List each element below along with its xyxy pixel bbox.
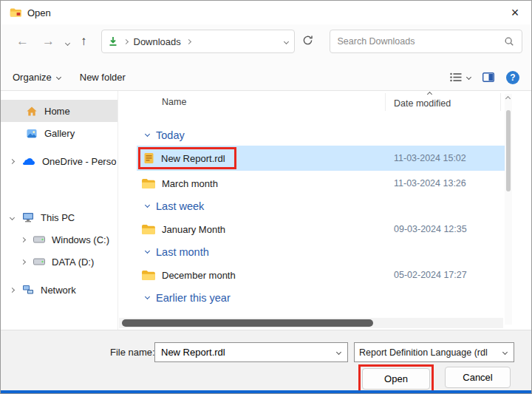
sort-ascending-icon[interactable] bbox=[427, 92, 432, 97]
column-headers: Name Date modified bbox=[119, 91, 512, 113]
sidebar-item-network[interactable]: Network bbox=[1, 279, 117, 301]
sidebar-item-home[interactable]: Home bbox=[1, 100, 117, 122]
group-label: Last month bbox=[156, 246, 209, 258]
folder-icon bbox=[141, 224, 155, 235]
chevron-down-icon bbox=[65, 40, 70, 45]
collapse-icon[interactable] bbox=[145, 248, 150, 254]
group-label: Last week bbox=[156, 200, 204, 212]
group-header-earlier-this-year[interactable]: Earlier this year bbox=[119, 288, 512, 308]
folder-row-january-month[interactable]: January Month 09-03-2024 12:35 bbox=[137, 217, 512, 242]
folder-date: 11-03-2024 13:26 bbox=[394, 178, 466, 188]
annotation-red-box: New Report.rdl bbox=[138, 147, 236, 169]
cancel-button[interactable]: Cancel bbox=[445, 367, 511, 388]
search-icon[interactable] bbox=[504, 36, 514, 47]
app-icon bbox=[10, 7, 21, 18]
collapse-icon[interactable] bbox=[145, 203, 150, 208]
help-button[interactable]: ? bbox=[506, 71, 519, 84]
preview-pane-button[interactable] bbox=[482, 72, 494, 82]
group-label: Today bbox=[156, 129, 185, 141]
expander-icon[interactable] bbox=[10, 158, 15, 163]
back-button[interactable]: ← bbox=[10, 34, 35, 49]
scroll-up-icon[interactable] bbox=[505, 96, 511, 101]
annotation-red-box: Open bbox=[358, 364, 434, 393]
file-type-dropdown-button[interactable] bbox=[496, 350, 514, 354]
expander-icon[interactable] bbox=[10, 214, 15, 220]
organize-label: Organize bbox=[13, 72, 52, 83]
address-bar[interactable]: Downloads bbox=[101, 30, 295, 53]
collapse-icon[interactable] bbox=[145, 294, 150, 299]
forward-button[interactable]: → bbox=[35, 34, 61, 49]
column-header-name[interactable]: Name bbox=[162, 97, 186, 107]
breadcrumb[interactable]: Downloads bbox=[134, 36, 181, 47]
file-list: Name Date modified Today New Report.rdl … bbox=[119, 91, 512, 330]
sidebar-item-data-d[interactable]: DATA (D:) bbox=[1, 251, 117, 273]
folder-date: 05-02-2024 17:27 bbox=[394, 270, 467, 280]
breadcrumb-separator-icon[interactable] bbox=[123, 38, 128, 44]
file-name-row: File name: Report Definition Language (r… bbox=[1, 342, 531, 363]
file-name-input[interactable] bbox=[155, 347, 330, 358]
column-divider[interactable] bbox=[500, 93, 501, 111]
navigation-pane: Home Gallery OneDrive - Perso This PC Wi… bbox=[1, 91, 118, 330]
search-box[interactable] bbox=[330, 30, 523, 53]
sidebar-item-label: Network bbox=[41, 285, 76, 296]
file-type-value: Report Definition Language (rdl bbox=[355, 347, 496, 358]
group-header-last-month[interactable]: Last month bbox=[119, 242, 512, 262]
horizontal-scrollbar-thumb[interactable] bbox=[122, 319, 373, 327]
file-name-combo[interactable] bbox=[154, 342, 348, 362]
file-type-combo[interactable]: Report Definition Language (rdl bbox=[354, 342, 514, 362]
address-dropdown-icon[interactable] bbox=[283, 38, 288, 44]
chevron-down-icon bbox=[335, 350, 341, 355]
folder-date: 09-03-2024 12:35 bbox=[394, 224, 467, 234]
column-header-date-modified[interactable]: Date modified bbox=[394, 98, 451, 109]
file-name-dropdown-button[interactable] bbox=[330, 350, 347, 354]
sidebar-item-this-pc[interactable]: This PC bbox=[1, 206, 117, 228]
new-folder-button[interactable]: New folder bbox=[80, 72, 126, 83]
folder-name: January Month bbox=[162, 224, 225, 235]
vertical-scrollbar-thumb[interactable] bbox=[506, 110, 511, 191]
drive-icon bbox=[33, 258, 45, 265]
column-divider[interactable] bbox=[385, 93, 386, 111]
home-icon bbox=[26, 106, 38, 117]
folder-name: March month bbox=[162, 178, 218, 189]
horizontal-scrollbar[interactable] bbox=[119, 318, 503, 328]
folder-row-march-month[interactable]: March month 11-03-2024 13:26 bbox=[137, 171, 512, 196]
vertical-scrollbar[interactable] bbox=[505, 94, 512, 325]
expander-icon[interactable] bbox=[21, 237, 26, 242]
sidebar-item-label: OneDrive - Perso bbox=[42, 156, 116, 167]
folder-row-december-month[interactable]: December month 05-02-2024 17:27 bbox=[137, 262, 512, 288]
main-area: Home Gallery OneDrive - Perso This PC Wi… bbox=[1, 91, 532, 330]
sidebar-item-onedrive[interactable]: OneDrive - Perso bbox=[1, 150, 117, 172]
window-title: Open bbox=[27, 7, 51, 18]
expander-icon[interactable] bbox=[10, 287, 15, 292]
this-pc-icon bbox=[22, 212, 34, 223]
group-header-last-week[interactable]: Last week bbox=[119, 196, 512, 217]
preview-pane-icon bbox=[482, 72, 494, 82]
file-row-new-report[interactable]: New Report.rdl 11-03-2024 15:02 bbox=[137, 146, 512, 171]
gallery-icon bbox=[26, 128, 38, 139]
command-bar: Organize New folder ? bbox=[1, 64, 531, 91]
sidebar-item-gallery[interactable]: Gallery bbox=[1, 122, 117, 144]
collapse-icon[interactable] bbox=[145, 132, 150, 137]
view-mode-button[interactable] bbox=[450, 72, 471, 82]
dialog-footer: File name: Report Definition Language (r… bbox=[1, 330, 531, 390]
up-button[interactable]: ↑ bbox=[74, 34, 94, 49]
chevron-down-icon bbox=[502, 350, 507, 355]
open-button[interactable]: Open bbox=[362, 368, 430, 390]
close-button[interactable]: × bbox=[499, 1, 531, 24]
refresh-button[interactable] bbox=[295, 35, 321, 48]
expander-icon[interactable] bbox=[21, 259, 26, 264]
refresh-icon bbox=[302, 35, 313, 46]
sidebar-item-label: Gallery bbox=[44, 128, 75, 139]
folder-name: December month bbox=[162, 270, 236, 281]
organize-menu[interactable]: Organize bbox=[13, 72, 61, 83]
rdl-file-icon bbox=[143, 152, 154, 164]
sidebar-item-windows-c[interactable]: Windows (C:) bbox=[1, 228, 117, 251]
file-date: 11-03-2024 15:02 bbox=[394, 153, 466, 163]
recent-locations-button[interactable] bbox=[61, 36, 74, 47]
sidebar-item-label: Home bbox=[44, 106, 70, 117]
group-header-today[interactable]: Today bbox=[119, 125, 512, 146]
search-input[interactable] bbox=[338, 36, 505, 47]
network-icon bbox=[22, 285, 34, 295]
breadcrumb-separator-icon[interactable] bbox=[186, 38, 191, 44]
sidebar-item-label: This PC bbox=[41, 212, 75, 223]
